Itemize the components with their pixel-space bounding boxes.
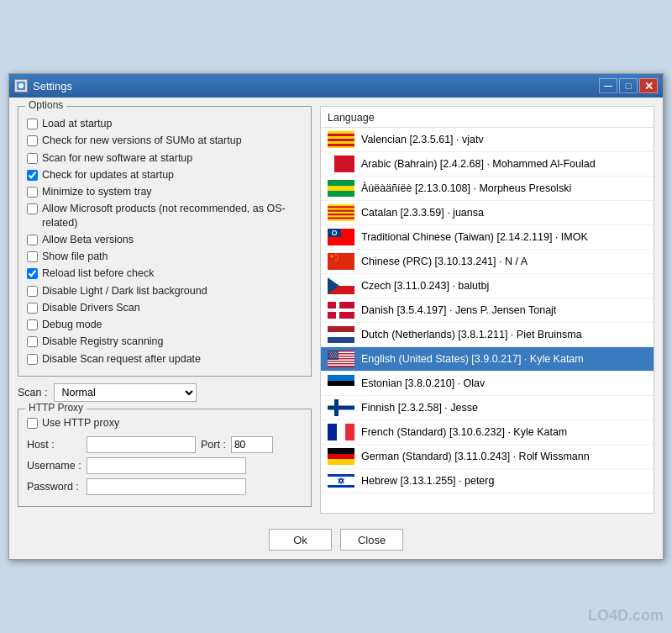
password-label: Password : xyxy=(27,481,81,493)
lang-item-china[interactable]: Chinese (PRC) [3.10.13.241] · N / A xyxy=(321,250,654,274)
minimize-button[interactable]: ─ xyxy=(599,78,617,93)
reload-list-checkbox[interactable] xyxy=(27,268,38,279)
lang-item-hebrew[interactable]: Hebrew [3.13.1.255] · peterg xyxy=(321,469,654,493)
http-proxy-title: HTTP Proxy xyxy=(25,402,87,414)
check-sumo-checkbox[interactable] xyxy=(27,135,38,146)
flag-estonian xyxy=(328,375,354,392)
lang-item-czech[interactable]: Czech [3.11.0.243] · balutbj xyxy=(321,274,654,298)
lang-name-german: German (Standard) [3.11.0.243] · Rolf Wi… xyxy=(361,451,590,462)
flag-danish xyxy=(328,302,354,319)
scan-row: Scan : Normal Deep Quick xyxy=(18,383,312,402)
lang-item-arabic-bahrain[interactable]: Arabic (Bahrain) [2.4.2.68] · Mohammed A… xyxy=(321,152,654,177)
svg-point-24 xyxy=(333,231,336,235)
checkbox-debug: Debug mode xyxy=(27,318,302,331)
debug-checkbox[interactable] xyxy=(27,319,38,330)
load-startup-label: Load at startup xyxy=(42,117,112,130)
svg-point-54 xyxy=(332,353,333,354)
svg-rect-76 xyxy=(328,454,354,459)
title-bar: Settings ─ □ ✕ xyxy=(9,74,663,98)
lang-item-catalan[interactable]: Catalan [2.3.3.59] · juansa xyxy=(321,201,654,225)
lang-item-taiwan[interactable]: Traditional Chinese (Taiwan) [2.14.2.119… xyxy=(321,225,654,250)
minimize-tray-checkbox[interactable] xyxy=(27,187,38,198)
svg-point-64 xyxy=(334,356,335,357)
http-proxy-group: HTTP Proxy Use HTTP proxy Host : Port : … xyxy=(18,409,312,507)
close-button[interactable]: ✕ xyxy=(639,78,658,93)
svg-point-51 xyxy=(335,351,336,352)
lang-item-estonian[interactable]: Estonian [3.8.0.210] · Olav xyxy=(321,372,654,396)
scan-dropdown[interactable]: Normal Deep Quick xyxy=(54,383,197,402)
close-button-bottom[interactable]: Close xyxy=(340,529,403,551)
host-input[interactable] xyxy=(87,436,196,453)
lang-item-valencian[interactable]: Valencian [2.3.5.61] · vjatv xyxy=(321,128,654,152)
scan-startup-label: Scan for new software at startup xyxy=(42,151,192,165)
username-row: Username : xyxy=(27,457,302,474)
svg-rect-37 xyxy=(328,326,354,332)
check-updates-checkbox[interactable] xyxy=(27,170,38,181)
password-input[interactable] xyxy=(87,478,246,495)
minimize-tray-label: Minimize to system tray xyxy=(42,185,152,198)
use-proxy-checkbox[interactable] xyxy=(27,418,38,429)
lang-item-danish[interactable]: Danish [3.5.4.197] · Jens P. Jensen Tona… xyxy=(321,298,654,323)
language-list-wrapper: Valencian [2.3.5.61] · vjatv Arabic (Bah… xyxy=(321,127,654,493)
load-startup-checkbox[interactable] xyxy=(27,119,38,129)
lang-item-finnish[interactable]: Finnish [2.3.2.58] · Jesse xyxy=(321,396,654,420)
svg-point-56 xyxy=(336,353,337,354)
svg-rect-5 xyxy=(328,136,354,139)
flag-german xyxy=(328,448,354,465)
flag-hebrew xyxy=(328,472,354,489)
disable-registry-checkbox[interactable] xyxy=(27,336,38,347)
svg-point-48 xyxy=(328,351,329,352)
svg-point-53 xyxy=(330,353,331,354)
checkbox-check-updates: Check for updates at startup xyxy=(27,168,302,182)
svg-rect-71 xyxy=(328,406,354,410)
svg-rect-66 xyxy=(328,375,354,381)
beta-checkbox[interactable] xyxy=(27,235,38,245)
flag-czech xyxy=(328,277,354,294)
host-row: Host : Port : xyxy=(27,436,302,453)
svg-rect-72 xyxy=(328,424,337,440)
checkbox-scan-startup: Scan for new software at startup xyxy=(27,151,302,165)
options-group-title: Options xyxy=(25,99,66,111)
username-input[interactable] xyxy=(87,457,246,474)
language-list[interactable]: Valencian [2.3.5.61] · vjatv Arabic (Bah… xyxy=(321,128,654,493)
lang-item-albanian[interactable]: Àúëàäñíëè [2.13.0.108] · Morpheus Presol… xyxy=(321,177,654,201)
svg-rect-18 xyxy=(328,210,354,212)
lang-item-french[interactable]: French (Standard) [3.10.6.232] · Kyle Ka… xyxy=(321,420,654,445)
language-panel: Language xyxy=(320,106,654,514)
title-bar-left: Settings xyxy=(14,79,72,92)
svg-rect-6 xyxy=(328,139,354,141)
lang-item-german[interactable]: German (Standard) [3.11.0.243] · Rolf Wi… xyxy=(321,445,654,469)
lang-name-taiwan: Traditional Chinese (Taiwan) [2.14.2.119… xyxy=(361,231,588,243)
disable-scan-req-checkbox[interactable] xyxy=(27,354,38,365)
checkbox-load-startup: Load at startup xyxy=(27,117,302,130)
port-label: Port : xyxy=(201,439,226,451)
window-title: Settings xyxy=(33,80,72,92)
svg-rect-8 xyxy=(328,144,354,146)
allow-ms-checkbox[interactable] xyxy=(27,203,38,214)
show-path-checkbox[interactable] xyxy=(27,251,38,262)
svg-rect-46 xyxy=(328,365,354,367)
port-input[interactable] xyxy=(231,436,273,453)
scan-startup-checkbox[interactable] xyxy=(27,153,38,164)
svg-point-57 xyxy=(328,355,329,356)
lang-item-us[interactable]: English (United States) [3.9.0.217] · Ky… xyxy=(321,347,654,372)
ok-button[interactable]: Ok xyxy=(269,529,332,551)
flag-finnish xyxy=(328,399,354,416)
disable-drivers-checkbox[interactable] xyxy=(27,303,38,314)
maximize-button[interactable]: □ xyxy=(619,78,638,93)
lang-name-french: French (Standard) [3.10.6.232] · Kyle Ka… xyxy=(361,426,567,438)
svg-point-62 xyxy=(330,356,331,357)
svg-rect-19 xyxy=(328,214,354,215)
svg-rect-39 xyxy=(328,337,354,343)
flag-albanian xyxy=(328,180,354,197)
lang-item-dutch[interactable]: Dutch (Netherlands) [3.8.1.211] · Piet B… xyxy=(321,323,654,347)
check-sumo-label: Check for new versions of SUMo at startu… xyxy=(42,134,242,147)
username-label: Username : xyxy=(27,460,81,472)
svg-rect-15 xyxy=(328,191,354,197)
flag-taiwan xyxy=(328,229,354,245)
disable-bg-checkbox[interactable] xyxy=(27,286,38,297)
allow-ms-label: Allow Microsoft products (not recommende… xyxy=(42,202,302,229)
debug-label: Debug mode xyxy=(42,318,102,331)
flag-valencian xyxy=(328,131,354,148)
app-icon xyxy=(14,79,28,92)
